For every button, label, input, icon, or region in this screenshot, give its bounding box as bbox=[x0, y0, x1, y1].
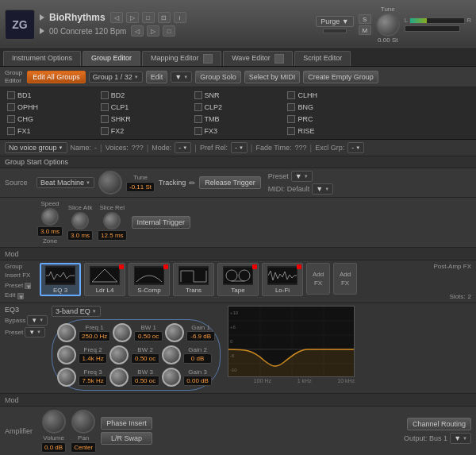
group-checkbox-clhh[interactable] bbox=[287, 91, 295, 99]
nav-next[interactable]: ▷ bbox=[126, 12, 139, 23]
slice-atk-knob[interactable] bbox=[71, 212, 89, 229]
preset-dropdown[interactable]: ▼ bbox=[291, 171, 313, 182]
fx-slot-ldrl4[interactable]: Ldr L4 bbox=[84, 263, 125, 296]
release-trigger-button[interactable]: Release Trigger bbox=[199, 176, 261, 189]
internal-trigger-button[interactable]: Internal Trigger bbox=[132, 216, 191, 229]
group-checkbox-bng[interactable] bbox=[287, 103, 295, 111]
sub-nav-prev[interactable]: ◁ bbox=[131, 25, 144, 37]
pan-knob[interactable] bbox=[71, 410, 95, 434]
tab-group-editor[interactable]: Group Editor bbox=[83, 51, 140, 66]
eq3-band-dropdown[interactable]: 3-band EQ bbox=[52, 306, 100, 317]
mode-dropdown[interactable]: - bbox=[175, 142, 191, 153]
tab-script-editor[interactable]: Script Editor bbox=[294, 51, 351, 66]
phase-insert-button[interactable]: Phase Insert bbox=[101, 417, 152, 430]
mapping-editor-icon[interactable] bbox=[203, 54, 213, 64]
group-checkbox-clp2[interactable] bbox=[194, 103, 202, 111]
m-button[interactable]: M bbox=[359, 25, 371, 35]
tab-wave-editor[interactable]: Wave Editor bbox=[223, 51, 293, 66]
group-checkbox-bd2[interactable] bbox=[101, 91, 109, 99]
create-empty-group-button[interactable]: Create Empty Group bbox=[303, 71, 378, 83]
group-checkbox-chg[interactable] bbox=[7, 115, 15, 123]
tune-knob[interactable] bbox=[376, 13, 400, 37]
freq1-knob[interactable] bbox=[57, 323, 76, 342]
save-icon[interactable]: □ bbox=[142, 12, 155, 23]
bw2-knob[interactable] bbox=[109, 345, 129, 364]
freq2-value: 1.4k Hz bbox=[79, 353, 107, 364]
collapse-arrow2[interactable] bbox=[40, 28, 44, 34]
fx-slot-eq3[interactable]: EQ 3 bbox=[40, 263, 81, 296]
slice-rel-knob[interactable] bbox=[103, 212, 121, 229]
collapse-arrow[interactable] bbox=[40, 14, 44, 21]
add-fx-button1[interactable]: Add FX bbox=[306, 263, 330, 295]
tab-instrument-options[interactable]: Instrument Options bbox=[3, 51, 81, 66]
sub-nav-next[interactable]: ▷ bbox=[147, 25, 159, 37]
edit-button[interactable]: Edit bbox=[146, 71, 168, 83]
pencil-icon[interactable]: ✏ bbox=[189, 179, 195, 187]
lr-meter: L R bbox=[405, 17, 471, 24]
excl-grp-dropdown[interactable]: - bbox=[347, 142, 364, 153]
fx-preset-arrow[interactable]: ▼ bbox=[25, 283, 31, 289]
scomp-waveform-icon bbox=[134, 266, 164, 285]
group-checkbox-bd1[interactable] bbox=[7, 91, 15, 99]
group-checkbox-rise[interactable] bbox=[287, 127, 295, 135]
mod2-section: Mod bbox=[0, 394, 476, 407]
voice-group-dropdown[interactable]: No voice group bbox=[5, 142, 67, 153]
info-icon[interactable]: i bbox=[174, 12, 186, 23]
group-checkbox-ophh[interactable] bbox=[7, 103, 15, 111]
pan-value: Center bbox=[71, 442, 96, 453]
fx-slot-trans[interactable]: Trans bbox=[173, 263, 214, 296]
tracking-row: Tracking ✏ bbox=[159, 179, 195, 187]
pref-rel-dropdown[interactable]: - bbox=[231, 142, 248, 153]
channel-routing-button[interactable]: Channel Routing bbox=[407, 418, 471, 430]
beat-machine-dropdown[interactable]: Beat Machine bbox=[36, 177, 94, 188]
volume-knob[interactable] bbox=[42, 410, 66, 434]
sub-save-icon[interactable]: □ bbox=[163, 25, 175, 37]
gain2-knob[interactable] bbox=[162, 345, 181, 364]
edit-dropdown[interactable]: ▼ bbox=[171, 71, 192, 83]
purge-button[interactable]: Purge ▼ bbox=[316, 16, 353, 27]
logo: ZG bbox=[5, 10, 35, 40]
select-by-midi-button[interactable]: Select by MIDI bbox=[244, 71, 301, 83]
slice-rel-value: 12.5 ms bbox=[98, 230, 126, 241]
group-checkbox-tmb[interactable] bbox=[194, 115, 202, 123]
s-button[interactable]: S bbox=[359, 14, 371, 24]
lr-swap-button[interactable]: L/R Swap bbox=[101, 432, 152, 445]
group-checkbox-snr[interactable] bbox=[194, 91, 202, 99]
tune-col: Tune -0.11 St bbox=[126, 174, 155, 192]
group-solo-button[interactable]: Group Solo bbox=[195, 71, 241, 83]
add-fx-button2[interactable]: Add FX bbox=[333, 263, 357, 295]
group-checkbox-fx3[interactable] bbox=[194, 127, 202, 135]
eq3-preset-dropdown[interactable]: ▼ bbox=[25, 327, 45, 337]
bw1-knob[interactable] bbox=[113, 323, 132, 342]
edit-all-groups-button[interactable]: Edit All Groups bbox=[27, 71, 86, 83]
fx-slot-lofi[interactable]: Lo-Fi bbox=[262, 263, 303, 296]
group-selector-dropdown[interactable]: Group 1 / 32 bbox=[89, 71, 143, 83]
bw3-knob[interactable] bbox=[109, 368, 129, 387]
fx-edit-arrow[interactable]: ▼ bbox=[17, 293, 24, 299]
camera-icon[interactable]: ⊡ bbox=[158, 12, 171, 23]
eq3-section: EQ3 Bypass ▼ Preset ▼ 3-band EQ bbox=[0, 303, 476, 394]
group-checkbox-fx2[interactable] bbox=[101, 127, 109, 135]
output-dropdown[interactable]: ▼ bbox=[450, 433, 471, 444]
fx-slot-tape[interactable]: Tape bbox=[217, 263, 259, 296]
gain1-knob[interactable] bbox=[165, 323, 184, 342]
wave-editor-icon[interactable] bbox=[274, 54, 284, 64]
group-checkbox-fx1[interactable] bbox=[7, 127, 15, 135]
midi-dropdown[interactable]: ▼ bbox=[312, 183, 333, 195]
post-amp-label: Post-Amp FX bbox=[433, 263, 471, 270]
speed-knob[interactable] bbox=[41, 208, 59, 226]
group-checkbox-shkr[interactable] bbox=[101, 115, 109, 123]
nav-prev[interactable]: ◁ bbox=[110, 12, 123, 23]
pan-col: Pan Center bbox=[71, 410, 96, 453]
freq3-knob[interactable] bbox=[57, 368, 76, 387]
group-checkbox-clp1[interactable] bbox=[101, 103, 109, 111]
svg-rect-9 bbox=[268, 268, 297, 283]
tune-knob-source[interactable] bbox=[98, 171, 122, 195]
fx-slot-scomp[interactable]: S-Comp bbox=[129, 263, 170, 296]
fx-badge-ldr bbox=[119, 264, 124, 269]
tab-mapping-editor[interactable]: Mapping Editor bbox=[142, 51, 221, 66]
bypass-dropdown[interactable]: ▼ bbox=[27, 315, 48, 326]
group-checkbox-prc[interactable] bbox=[287, 115, 295, 123]
gain3-knob[interactable] bbox=[162, 368, 181, 387]
freq2-knob[interactable] bbox=[57, 345, 76, 364]
